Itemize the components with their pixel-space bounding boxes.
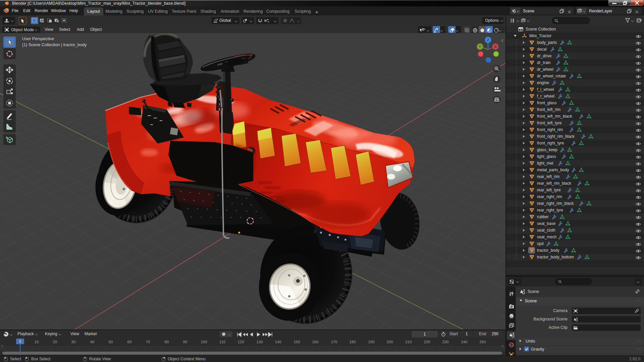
svg-text:X: X [494, 45, 497, 49]
svg-text:Y: Y [479, 45, 481, 49]
svg-text:Z: Z [487, 38, 489, 42]
